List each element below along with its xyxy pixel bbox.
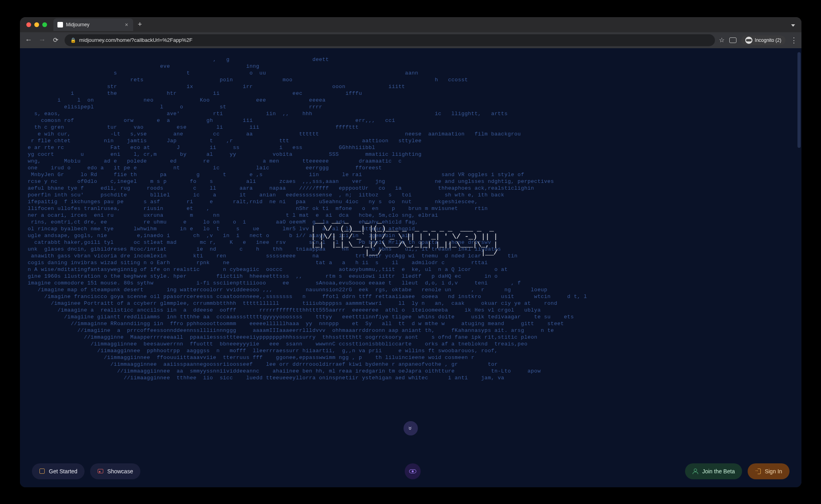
browser-tab[interactable]: Midjourney × [53, 18, 133, 31]
layout-icon [39, 468, 45, 475]
forward-button[interactable]: → [37, 35, 47, 45]
scrollbar[interactable] [797, 52, 801, 148]
join-beta-button[interactable]: Join the Beta [685, 463, 742, 479]
incognito-badge[interactable]: Incognito (2) [741, 35, 786, 45]
join-beta-label: Join the Beta [702, 468, 735, 475]
bookmark-icon[interactable]: ☆ [719, 36, 725, 44]
page-content: , g deett eve inng s t o uu [20, 48, 801, 487]
sign-in-label: Sign In [765, 468, 782, 475]
incognito-label: Incognito (2) [755, 37, 782, 43]
tab-title: Midjourney [66, 22, 90, 27]
browser-window: Midjourney × + ← → ⟳ 🔒 midjourney.com/ho… [20, 17, 801, 487]
extensions-icon[interactable] [729, 37, 736, 43]
window-controls [26, 22, 47, 27]
close-window-icon[interactable] [26, 22, 31, 27]
lock-icon: 🔒 [70, 37, 76, 43]
url-bar[interactable]: 🔒 midjourney.com/home/?callbackUrl=%2Fap… [65, 34, 715, 46]
titlebar: Midjourney × + [20, 17, 801, 32]
scroll-down-button[interactable] [404, 421, 418, 435]
showcase-label: Showcase [107, 468, 133, 475]
sign-in-button[interactable]: Sign In [748, 463, 789, 479]
get-started-button[interactable]: Get Started [32, 463, 85, 479]
back-button[interactable]: ← [24, 35, 33, 45]
showcase-button[interactable]: Showcase [90, 463, 140, 479]
chevron-down-icon[interactable] [791, 24, 795, 27]
url-text: midjourney.com/home/?callbackUrl=%2Fapp%… [79, 37, 193, 43]
midjourney-logo: __ __ _ _ _ | \/ (_)__| |(_)___ _ _ _ _ … [311, 217, 510, 257]
eye-toggle-button[interactable] [405, 463, 421, 479]
toolbar: ← → ⟳ 🔒 midjourney.com/home/?callbackUrl… [20, 32, 801, 48]
close-tab-icon[interactable]: × [125, 22, 128, 28]
arrow-right-icon: → [39, 36, 46, 44]
toolbar-right: ☆ Incognito (2) ⋮ [719, 35, 797, 45]
reload-icon: ⟳ [53, 36, 58, 44]
reload-button[interactable]: ⟳ [51, 35, 61, 45]
tab-strip: Midjourney × + [53, 18, 145, 31]
incognito-icon [745, 37, 752, 44]
arrow-left-icon: ← [25, 36, 32, 44]
menu-icon[interactable]: ⋮ [790, 36, 797, 45]
new-tab-button[interactable]: + [136, 20, 145, 29]
chevron-double-down-icon [409, 425, 412, 432]
eye-icon [409, 469, 416, 473]
titlebar-right [791, 21, 795, 28]
signin-icon [755, 468, 761, 475]
get-started-label: Get Started [49, 468, 78, 475]
maximize-window-icon[interactable] [42, 22, 47, 27]
favicon-icon [57, 22, 63, 27]
users-icon [692, 468, 699, 475]
image-icon [97, 468, 104, 475]
bottom-bar: Get Started Showcase Join the Beta Sign … [32, 463, 789, 479]
minimize-window-icon[interactable] [34, 22, 39, 27]
